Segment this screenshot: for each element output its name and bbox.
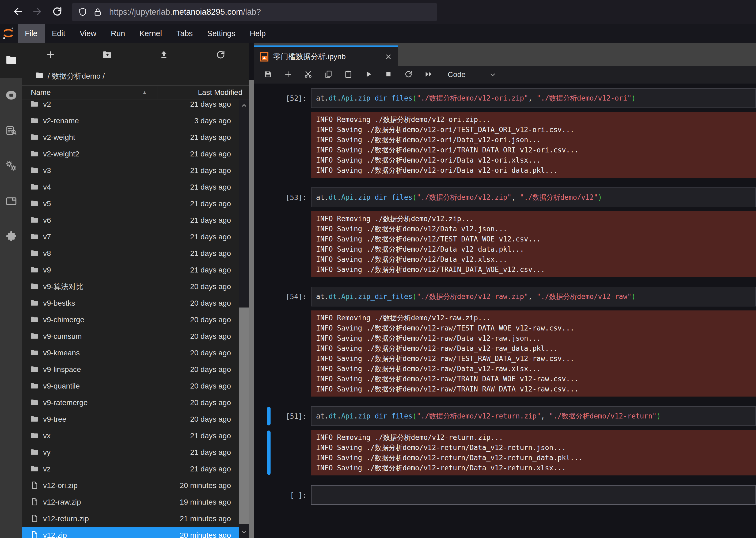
menu-edit[interactable]: Edit	[45, 24, 73, 43]
column-header-name[interactable]: Name ▲	[22, 85, 158, 99]
notebook-tab[interactable]: 零门槛数据分析.ipynb	[254, 45, 398, 66]
upload-button[interactable]	[136, 43, 192, 67]
cell-input-collapser[interactable]	[267, 188, 271, 207]
file-row[interactable]: vx 21 days ago	[22, 428, 239, 444]
cell-input-collapser[interactable]	[267, 407, 271, 425]
file-row[interactable]: v8 21 days ago	[22, 245, 239, 262]
cell-output-collapser[interactable]	[267, 311, 271, 396]
sidebar-item-command-palette[interactable]	[0, 113, 22, 149]
file-row[interactable]: v2 21 days ago	[22, 99, 239, 113]
cell-output-row: INFO Removing ./数据分析demo/v12.zip...INFO …	[254, 211, 756, 277]
file-row[interactable]: v6 21 days ago	[22, 212, 239, 229]
menu-file[interactable]: File	[18, 24, 45, 43]
cut-cells-button[interactable]	[298, 66, 318, 83]
restart-run-all-button[interactable]	[418, 66, 439, 83]
file-row[interactable]: v2-weight 21 days ago	[22, 129, 239, 146]
file-modified: 21 days ago	[190, 183, 239, 191]
cell-input-collapser[interactable]	[267, 486, 271, 504]
file-row[interactable]: v9-ratemerge 20 days ago	[22, 395, 239, 411]
run-button[interactable]	[358, 66, 378, 83]
restart-kernel-button[interactable]	[399, 66, 418, 83]
menu-tabs[interactable]: Tabs	[169, 24, 200, 43]
stop-circle-icon	[5, 89, 17, 102]
file-row[interactable]: v9-kmeans 20 days ago	[22, 345, 239, 361]
file-row[interactable]: v9-bestks 20 days ago	[22, 295, 239, 311]
code-line: at.dt.Api.zip_dir_files("./数据分析demo/v12-…	[316, 410, 751, 422]
file-row[interactable]: vz 21 days ago	[22, 461, 239, 477]
file-row[interactable]: v12.zip 20 minutes ago	[22, 527, 239, 538]
file-row[interactable]: v7 21 days ago	[22, 229, 239, 245]
shield-icon[interactable]	[78, 8, 87, 17]
file-list-scrollbar-thumb[interactable]	[239, 307, 249, 524]
cell-output-collapser[interactable]	[267, 431, 271, 475]
breadcrumb[interactable]: / 数据分析demo /	[22, 67, 249, 85]
new-folder-button[interactable]	[79, 43, 136, 67]
folder-icon	[5, 54, 17, 67]
file-row[interactable]: v9-quantile 20 days ago	[22, 378, 239, 395]
code-line	[316, 489, 751, 501]
file-row[interactable]: vy 21 days ago	[22, 444, 239, 461]
file-row[interactable]: v9-算法对比 20 days ago	[22, 278, 239, 295]
cell-type-dropdown[interactable]: Code	[448, 70, 466, 79]
browser-reload-button[interactable]	[51, 6, 64, 19]
sidebar-item-open-tabs[interactable]	[0, 184, 22, 219]
scroll-down-button[interactable]	[239, 526, 249, 538]
lock-icon[interactable]	[93, 8, 102, 17]
file-name: v12-ori.zip	[43, 481, 78, 490]
cell-output-row: INFO Removing ./数据分析demo/v12-raw.zip...I…	[254, 310, 756, 397]
file-row[interactable]: v5 21 days ago	[22, 195, 239, 212]
file-row[interactable]: v12-return.zip 21 minutes ago	[22, 511, 239, 527]
code-editor[interactable]: at.dt.Api.zip_dir_files("./数据分析demo/v12-…	[311, 406, 756, 426]
cell-output-collapser[interactable]	[267, 212, 271, 277]
chevron-down-icon[interactable]	[489, 71, 496, 78]
cell-input-collapser[interactable]	[267, 89, 271, 107]
file-row[interactable]: v2-weight2 21 days ago	[22, 146, 239, 162]
output-line: INFO Saving ./数据分析demo/v12-ori/Data_v12-…	[316, 165, 751, 175]
file-row[interactable]: v2-rename 3 days ago	[22, 113, 239, 129]
file-row[interactable]: v4 21 days ago	[22, 179, 239, 195]
scroll-up-button[interactable]	[239, 99, 249, 112]
url-bar[interactable]: https://jupyterlab.metanoia8295.com/lab?	[72, 3, 437, 21]
code-editor[interactable]: at.dt.Api.zip_dir_files("./数据分析demo/v12-…	[311, 287, 756, 306]
code-editor[interactable]: at.dt.Api.zip_dir_files("./数据分析demo/v12.…	[311, 188, 756, 207]
file-row[interactable]: v9-chimerge 20 days ago	[22, 311, 239, 328]
save-button[interactable]	[258, 66, 278, 83]
code-editor[interactable]	[311, 485, 756, 505]
menu-kernel[interactable]: Kernel	[132, 24, 169, 43]
menu-settings[interactable]: Settings	[200, 24, 242, 43]
file-row[interactable]: v9 21 days ago	[22, 262, 239, 278]
add-cell-button[interactable]	[278, 66, 298, 83]
new-launcher-button[interactable]	[22, 43, 79, 67]
file-modified: 21 days ago	[190, 266, 239, 274]
cell-output-collapser[interactable]	[267, 113, 271, 177]
close-icon[interactable]	[385, 53, 392, 60]
file-modified: 21 days ago	[190, 249, 239, 258]
menu-help[interactable]: Help	[242, 24, 273, 43]
menu-run[interactable]: Run	[103, 24, 132, 43]
file-row[interactable]: v3 21 days ago	[22, 162, 239, 179]
browser-back-button[interactable]	[12, 6, 25, 19]
refresh-files-button[interactable]	[192, 43, 249, 67]
menu-view[interactable]: View	[73, 24, 103, 43]
cell-input-collapser[interactable]	[267, 287, 271, 306]
copy-cells-button[interactable]	[318, 66, 338, 83]
stop-button[interactable]	[378, 66, 399, 83]
sidebar-item-property-inspector[interactable]	[0, 149, 22, 184]
code-editor[interactable]: at.dt.Api.zip_dir_files("./数据分析demo/v12-…	[311, 88, 756, 108]
file-row[interactable]: v9-linspace 20 days ago	[22, 361, 239, 378]
file-row[interactable]: v9-cumsum 20 days ago	[22, 328, 239, 345]
panel-divider[interactable]	[249, 43, 254, 538]
sidebar-item-extension-manager[interactable]	[0, 219, 22, 254]
sidebar-item-file-browser[interactable]	[0, 43, 22, 78]
paste-cells-button[interactable]	[338, 66, 358, 83]
file-row[interactable]: v9-tree 20 days ago	[22, 411, 239, 428]
output-line: INFO Saving ./数据分析demo/v12/Data_v12.xlsx…	[316, 254, 751, 264]
file-row[interactable]: v12-ori.zip 20 minutes ago	[22, 477, 239, 494]
browser-forward-button[interactable]	[31, 6, 43, 19]
column-header-modified[interactable]: Last Modified	[158, 88, 249, 97]
panel-divider-handle[interactable]	[249, 80, 254, 538]
file-list-scrollbar[interactable]	[239, 99, 249, 538]
file-row[interactable]: v12-raw.zip 19 minutes ago	[22, 494, 239, 511]
file-list: v2 21 days ago v2-rename 3 days ago v2-w…	[22, 99, 239, 538]
sidebar-item-running-sessions[interactable]	[0, 78, 22, 113]
